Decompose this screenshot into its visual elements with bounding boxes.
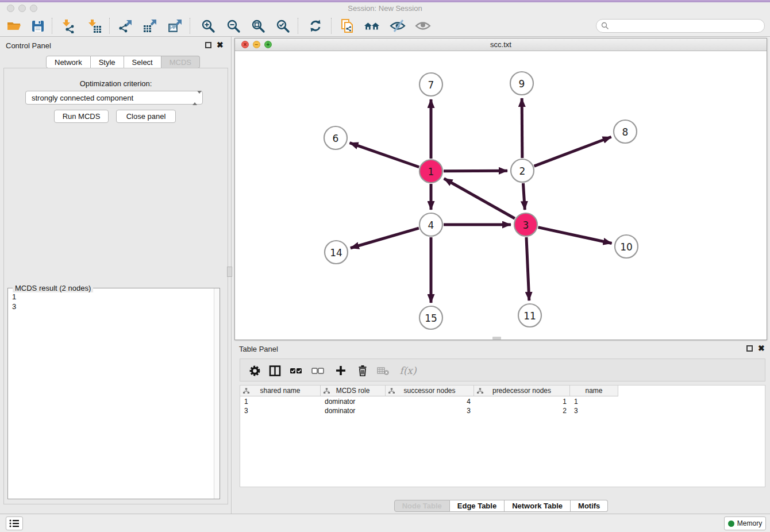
column-header-predecessor-nodes[interactable]: predecessor nodes — [474, 385, 570, 396]
control-tab-mcds[interactable]: MCDS — [161, 56, 200, 68]
minimize-window-icon[interactable] — [18, 5, 26, 12]
cell-shared-name[interactable]: 1 — [240, 397, 321, 406]
graph-node-2[interactable]: 2 — [511, 159, 534, 182]
toolbar-separator — [52, 18, 52, 34]
cell-name[interactable]: 3 — [570, 406, 618, 415]
column-header-shared-name[interactable]: shared name — [240, 385, 321, 396]
graph-node-3[interactable]: 3 — [514, 213, 537, 236]
edge-1-6[interactable] — [350, 143, 419, 167]
edge-3-11[interactable] — [526, 237, 529, 300]
zoom-network-icon[interactable]: + — [264, 41, 272, 48]
add-icon[interactable] — [334, 364, 347, 377]
network-graph[interactable]: 1234678910111415 — [235, 51, 767, 340]
column-label: name — [585, 387, 602, 395]
column-header-successor-nodes[interactable]: successor nodes — [386, 385, 474, 396]
edge-3-1[interactable] — [444, 179, 515, 218]
import-table-icon[interactable] — [86, 18, 102, 34]
edge-2-3[interactable] — [523, 183, 525, 210]
search-input[interactable] — [612, 22, 764, 30]
panel-divider-grip[interactable] — [227, 267, 232, 277]
graph-node-4[interactable]: 4 — [419, 213, 442, 236]
table-tab-node-table[interactable]: Node Table — [394, 500, 450, 512]
table-tab-network-table[interactable]: Network Table — [505, 500, 571, 512]
table-tab-motifs[interactable]: Motifs — [571, 500, 608, 512]
graph-node-9[interactable]: 9 — [510, 72, 533, 95]
split-columns-icon[interactable] — [268, 364, 281, 377]
cell-predecessor-nodes[interactable]: 1 — [474, 397, 570, 406]
refresh-icon[interactable] — [307, 18, 324, 34]
close-panel-button[interactable]: Close panel — [116, 110, 176, 123]
column-header-MCDS-role[interactable]: MCDS role — [321, 385, 386, 396]
edge-2-9[interactable] — [522, 98, 522, 158]
run-mcds-button[interactable]: Run MCDS — [54, 110, 109, 123]
home-icon[interactable] — [364, 18, 380, 34]
control-tab-style[interactable]: Style — [91, 56, 124, 68]
graph-node-11[interactable]: 11 — [518, 304, 541, 327]
column-header-name[interactable]: name — [570, 385, 618, 396]
cell-successor-nodes[interactable]: 3 — [386, 406, 474, 415]
criterion-select[interactable]: strongly connected component — [25, 91, 203, 105]
cell-successor-nodes[interactable]: 4 — [386, 397, 474, 406]
svg-text:7: 7 — [428, 79, 434, 91]
node-table[interactable]: shared nameMCDS rolesuccessor nodesprede… — [240, 385, 765, 487]
cell-shared-name[interactable]: 3 — [240, 406, 321, 415]
cell-MCDS-role[interactable]: dominator — [321, 406, 386, 415]
graph-node-15[interactable]: 15 — [419, 306, 442, 329]
show-all-icon[interactable] — [415, 18, 431, 34]
float-panel-icon[interactable] — [205, 42, 211, 48]
minimize-network-icon[interactable]: − — [253, 41, 260, 48]
close-table-panel-icon[interactable]: ✖ — [758, 345, 765, 352]
control-tab-network[interactable]: Network — [46, 56, 91, 68]
graph-node-6[interactable]: 6 — [324, 126, 347, 149]
network-canvas[interactable]: 1234678910111415 — [235, 51, 767, 340]
close-window-icon[interactable] — [7, 5, 14, 12]
graph-node-10[interactable]: 10 — [615, 235, 638, 258]
new-network-from-selection-icon[interactable] — [339, 18, 355, 34]
control-panel-tabs: NetworkStyleSelectMCDS — [46, 56, 200, 68]
table-tabs: Node TableEdge TableNetwork TableMotifs — [232, 500, 770, 512]
close-network-icon[interactable]: × — [241, 41, 249, 48]
save-icon[interactable] — [30, 18, 46, 34]
edge-2-8[interactable] — [534, 137, 611, 166]
network-window-titlebar[interactable]: × − + scc.txt — [235, 38, 767, 51]
memory-button[interactable]: Memory — [724, 516, 766, 530]
cell-MCDS-role[interactable]: dominator — [321, 397, 386, 406]
import-network-icon[interactable] — [60, 18, 76, 34]
delete-icon[interactable] — [356, 364, 369, 377]
close-panel-icon[interactable]: ✖ — [217, 41, 224, 48]
control-tab-select[interactable]: Select — [124, 56, 161, 68]
graph-node-8[interactable]: 8 — [614, 120, 637, 143]
graph-node-1[interactable]: 1 — [419, 160, 442, 183]
hide-selection-icon[interactable] — [390, 18, 406, 34]
gear-icon[interactable] — [248, 364, 261, 377]
zoom-window-icon[interactable] — [30, 5, 37, 12]
edge-3-10[interactable] — [538, 228, 611, 244]
graph-node-7[interactable]: 7 — [419, 73, 442, 96]
column-label: shared name — [260, 387, 300, 395]
cell-predecessor-nodes[interactable]: 2 — [474, 406, 570, 415]
float-table-panel-icon[interactable] — [746, 345, 753, 352]
export-network-icon[interactable] — [117, 18, 133, 34]
table-row[interactable]: 3dominator323 — [240, 406, 765, 415]
zoom-in-icon[interactable] — [200, 18, 216, 34]
cell-name[interactable]: 1 — [570, 397, 618, 406]
zoom-out-icon[interactable] — [225, 18, 241, 34]
graph-node-14[interactable]: 14 — [325, 241, 348, 264]
task-history-button[interactable] — [6, 516, 23, 530]
edge-1-2[interactable] — [444, 171, 507, 171]
edge-4-14[interactable] — [351, 228, 419, 248]
mcds-result-text[interactable]: 1 3 — [8, 291, 214, 499]
open-icon[interactable] — [6, 18, 22, 34]
search-box[interactable] — [596, 19, 765, 33]
export-table-icon[interactable] — [142, 18, 158, 34]
clear-checkboxes-icon[interactable] — [311, 364, 324, 377]
table-tab-edge-table[interactable]: Edge Table — [450, 500, 505, 512]
delete-table-icon-disabled — [376, 364, 389, 377]
result-scrollbar[interactable] — [214, 288, 220, 499]
select-all-checkboxes-icon[interactable] — [290, 364, 302, 377]
zoom-fit-icon[interactable] — [250, 18, 266, 34]
table-row[interactable]: 1dominator411 — [240, 397, 765, 406]
zoom-selected-icon[interactable] — [275, 18, 291, 34]
canvas-resize-grip[interactable] — [492, 337, 501, 340]
export-image-icon[interactable] — [167, 18, 183, 34]
